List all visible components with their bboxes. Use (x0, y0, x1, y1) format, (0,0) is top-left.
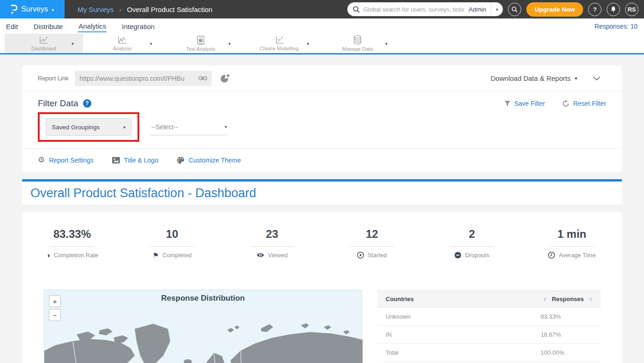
stat-started: 12 Started (322, 228, 422, 259)
responses-cell: 16.67% (541, 331, 592, 338)
search-scope-label: Admin (464, 6, 491, 13)
global-search-input[interactable] (364, 6, 464, 13)
tab-text-analysis[interactable]: Text Analysis ▾ (161, 34, 240, 53)
stat-label: Dropouts (465, 252, 489, 259)
page-title: Overall Product Satisfaction - Dashboard (30, 186, 256, 200)
questionpro-logo-icon (11, 4, 18, 15)
stat-label: Completed (162, 252, 191, 259)
stat-value: 12 (322, 228, 422, 241)
filter-data-title: Filter Data (38, 98, 78, 109)
tab-choice-modelling[interactable]: Choice Modelling ▾ (240, 34, 318, 53)
question-mark-icon: ? (593, 6, 597, 13)
map-zoom-in-button[interactable]: + (49, 295, 61, 307)
breadcrumb-my-surveys[interactable]: My Surveys (78, 6, 113, 13)
report-settings-links-row: ⚙ Report Settings Title & Logo Customize… (22, 149, 622, 171)
funnel-icon (504, 101, 511, 107)
avatar-initials: RS (627, 6, 636, 13)
notifications-button[interactable] (607, 3, 620, 16)
stat-average-time: 1 min Average Time (522, 228, 622, 259)
nav-item-integration[interactable]: Integration (121, 20, 155, 32)
stat-dropouts: 2 Dropouts (422, 228, 522, 259)
search-scope-dropdown[interactable]: ▾ (491, 2, 503, 16)
tab-label: Dashboard (31, 46, 56, 51)
report-settings-link[interactable]: ⚙ Report Settings (38, 156, 94, 164)
reset-filter-button[interactable]: Reset Filter (562, 100, 606, 107)
title-logo-link[interactable]: Title & Logo (112, 157, 158, 164)
stat-value: 10 (122, 228, 222, 241)
table-row: IN 16.67% (377, 326, 601, 344)
link-icon[interactable] (198, 75, 207, 81)
report-settings-card: Report Link Download Data & Reports ▾ Fi… (22, 66, 622, 172)
tab-manage-data[interactable]: Manage Data ▾ (318, 34, 397, 53)
caret-down-icon[interactable]: ▾ (150, 41, 152, 46)
save-filter-label: Save Filter (514, 100, 545, 107)
stat-completed: 10 ⚑ Completed (122, 228, 222, 259)
user-avatar[interactable]: RS (625, 3, 638, 16)
countries-column-header[interactable]: Countries (386, 296, 414, 302)
divider (450, 246, 494, 247)
database-icon (353, 35, 362, 45)
country-cell: Total (386, 349, 398, 356)
caret-down-icon: ▾ (123, 125, 125, 130)
filter-help-icon[interactable]: ? (83, 99, 91, 108)
upgrade-now-button[interactable]: Upgrade Now (526, 2, 583, 17)
response-distribution-map: Response Distribution + − (44, 290, 362, 363)
stat-completion-rate: 83.33% ◑ Completion Rate (22, 228, 122, 259)
report-link-label: Report Link (38, 75, 68, 82)
customize-theme-link[interactable]: Customize Theme (177, 157, 241, 164)
topbar-actions: Admin ▾ Upgrade Now ? RS (347, 2, 644, 17)
product-switcher[interactable]: Surveys ▾ (0, 0, 65, 18)
chevron-right-icon: › (119, 6, 121, 13)
filter-header-row: Filter Data ? Save Filter Reset Filter (22, 98, 622, 109)
sort-responses-icon[interactable]: ▲▼ (590, 297, 592, 302)
search-icon (347, 6, 364, 13)
responses-cell: 100.00% (541, 349, 592, 356)
table-row: Unknown 83.33% (377, 308, 601, 326)
nav-item-analytics[interactable]: Analytics (78, 20, 107, 32)
stat-label: Average Time (559, 252, 596, 259)
caret-down-icon[interactable]: ▾ (228, 41, 231, 46)
caret-down-icon[interactable]: ▾ (307, 41, 309, 46)
collapse-section-chevron-icon[interactable] (593, 76, 601, 81)
save-filter-button[interactable]: Save Filter (504, 100, 545, 107)
caret-down-icon: ▾ (575, 76, 577, 81)
divider (350, 246, 394, 247)
grouping-select[interactable]: --Select-- ▾ (150, 119, 228, 135)
gear-icon: ⚙ (38, 156, 45, 164)
stat-label: Viewed (268, 252, 287, 259)
responses-cell: 83.33% (541, 313, 592, 320)
world-map-graphic[interactable] (44, 316, 363, 363)
grouping-select-placeholder: --Select-- (151, 123, 178, 131)
caret-down-icon[interactable]: ▾ (72, 41, 74, 46)
download-data-reports-dropdown[interactable]: Download Data & Reports ▾ (491, 74, 577, 82)
data-studio-icon[interactable] (220, 73, 230, 83)
completion-rate-icon: ◑ (46, 252, 50, 259)
eye-icon (256, 252, 264, 258)
report-link-input[interactable] (79, 75, 196, 82)
stats-row: 83.33% ◑ Completion Rate 10 ⚑ Completed … (22, 212, 622, 259)
product-menu-label: Surveys (21, 5, 48, 13)
tab-dashboard[interactable]: Dashboard ▾ (5, 34, 83, 53)
sort-countries-icon[interactable]: ▲▼ (543, 297, 546, 302)
responses-column-header[interactable]: Responses (552, 296, 584, 302)
help-button[interactable]: ? (588, 3, 602, 16)
customize-theme-label: Customize Theme (189, 157, 241, 164)
caret-down-icon[interactable]: ▾ (385, 41, 388, 46)
nav-item-distribute[interactable]: Distribute (33, 20, 63, 32)
clock-icon (548, 252, 555, 259)
reset-filter-label: Reset Filter (573, 100, 606, 107)
table-row: Total 100.00% (377, 344, 601, 362)
nav-item-edit[interactable]: Edit (6, 20, 18, 32)
search-button[interactable] (508, 3, 521, 16)
divider (250, 246, 294, 247)
report-link-row: Report Link Download Data & Reports ▾ (22, 66, 622, 91)
stat-value: 2 (422, 228, 522, 241)
country-cell: IN (386, 331, 392, 338)
report-settings-label: Report Settings (49, 157, 94, 164)
tab-analysis[interactable]: Analysis ▾ (83, 34, 161, 53)
saved-groupings-select[interactable]: Saved Groupings ▾ (46, 118, 131, 136)
tab-label: Manage Data (342, 46, 373, 52)
dashboard-title-card: Overall Product Satisfaction - Dashboard (22, 179, 622, 205)
caret-down-icon: ▾ (225, 124, 227, 129)
analytics-tab-strip: Dashboard ▾ Analysis ▾ Text Analysis ▾ C… (0, 34, 644, 54)
